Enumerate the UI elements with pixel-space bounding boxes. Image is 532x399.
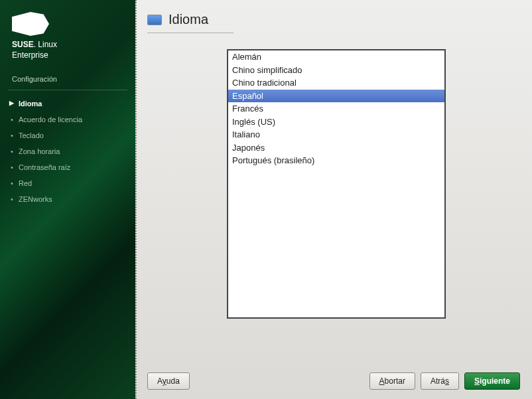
sidebar-step[interactable]: Idioma (0, 96, 135, 112)
abort-button[interactable]: Abortar (369, 372, 415, 390)
next-button-label: Siguiente (474, 376, 510, 386)
language-option[interactable]: Chino tradicional (228, 76, 444, 90)
page-header: Idioma (147, 12, 520, 27)
sidebar-step-label: Idioma (19, 100, 42, 108)
title-underline (147, 33, 233, 33)
brand-light: . Linux (34, 40, 57, 49)
sidebar-step-label: Zona horaria (19, 147, 60, 155)
brand-text: SUSE. Linux Enterprise (12, 40, 123, 60)
sidebar: SUSE. Linux Enterprise Configuración Idi… (0, 0, 135, 399)
sidebar-step-label: Contraseña raíz (19, 163, 70, 171)
installer-window: SUSE. Linux Enterprise Configuración Idi… (0, 0, 532, 399)
sidebar-step[interactable]: Contraseña raíz (0, 159, 135, 175)
sidebar-step[interactable]: ZENworks (0, 191, 135, 207)
help-button[interactable]: Ayuda (147, 372, 190, 390)
footer-buttons: Ayuda Abortar Atrás Siguiente (147, 362, 520, 390)
page-title: Idioma (168, 12, 208, 27)
sidebar-step[interactable]: Red (0, 175, 135, 191)
language-option[interactable]: Portugués (brasileño) (228, 154, 444, 167)
sidebar-section-title: Configuración (0, 66, 135, 90)
brand-line2: Enterprise (12, 50, 48, 60)
language-option[interactable]: Francés (228, 102, 444, 116)
sidebar-step-label: Red (19, 179, 32, 187)
language-option[interactable]: Chino simplificado (228, 64, 444, 77)
language-option[interactable]: Español (228, 90, 444, 103)
sidebar-step[interactable]: Teclado (0, 127, 135, 143)
brand-area: SUSE. Linux Enterprise (0, 12, 135, 66)
language-listbox[interactable]: AlemánChino simplificadoChino tradiciona… (227, 49, 446, 319)
next-button[interactable]: Siguiente (464, 372, 520, 390)
language-list-wrap: AlemánChino simplificadoChino tradiciona… (147, 49, 520, 362)
back-button-label: Atrás (431, 376, 449, 386)
sidebar-step-label: Teclado (19, 131, 44, 139)
language-option[interactable]: Inglés (US) (228, 116, 444, 129)
back-button[interactable]: Atrás (421, 372, 459, 390)
language-option[interactable]: Alemán (228, 50, 444, 64)
sidebar-step-label: Acuerdo de licencia (19, 116, 82, 123)
language-option[interactable]: Japonés (228, 141, 444, 155)
suse-chameleon-icon (12, 12, 49, 36)
abort-button-label: Abortar (379, 376, 405, 386)
brand-strong: SUSE (12, 40, 34, 49)
sidebar-step-label: ZENworks (19, 195, 52, 203)
flag-icon (147, 15, 162, 25)
sidebar-step[interactable]: Acuerdo de licencia (0, 112, 135, 127)
sidebar-step[interactable]: Zona horaria (0, 143, 135, 159)
help-button-label: Ayuda (157, 376, 180, 386)
step-list: IdiomaAcuerdo de licenciaTecladoZona hor… (0, 90, 135, 212)
language-option[interactable]: Italiano (228, 128, 444, 141)
main-panel: Idioma AlemánChino simplificadoChino tra… (135, 0, 532, 399)
